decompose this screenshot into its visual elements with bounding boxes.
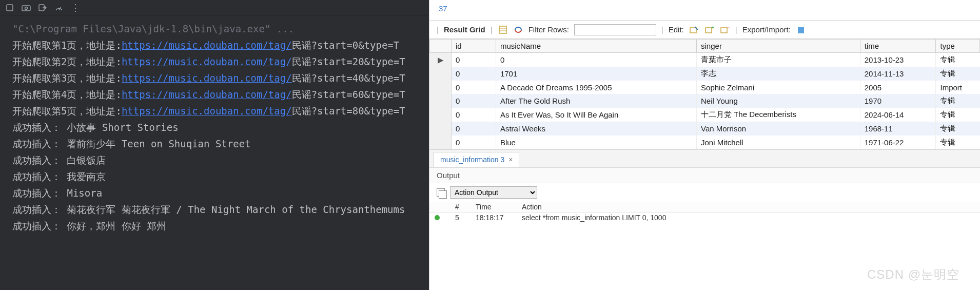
- exit-icon[interactable]: [38, 3, 47, 12]
- filter-rows-input[interactable]: [574, 24, 656, 35]
- log-col-num: #: [450, 202, 471, 212]
- svg-rect-1: [22, 6, 30, 11]
- table-row[interactable]: 01701李志2014-11-13专辑: [430, 67, 980, 81]
- stack-icon[interactable]: [437, 188, 445, 197]
- table-row[interactable]: ▶00青葉市子2013-10-23专辑: [430, 53, 980, 67]
- more-icon[interactable]: ⋮: [71, 3, 80, 12]
- crawl-line: 开始爬取第4页，地址是:https://music.douban.com/tag…: [12, 86, 417, 103]
- row-marker: [430, 122, 452, 136]
- table-row[interactable]: 0Astral WeeksVan Morrison1968-11专辑: [430, 122, 980, 136]
- insert-line: 成功插入： 我爱南京: [12, 168, 417, 185]
- url-link[interactable]: https://music.douban.com/tag/: [122, 56, 292, 67]
- insert-line: 成功插入： 小故事 Short Stories: [12, 119, 417, 136]
- url-link[interactable]: https://music.douban.com/tag/: [122, 72, 292, 84]
- col-singer[interactable]: singer: [697, 40, 860, 53]
- svg-rect-0: [7, 5, 13, 11]
- camera-icon[interactable]: [22, 3, 31, 12]
- filter-rows-label: Filter Rows:: [528, 25, 569, 34]
- console-toolbar: ⋮: [0, 0, 429, 15]
- time-cell: 18:18:17: [471, 212, 517, 223]
- table-header-row: id musicName singer time type: [430, 40, 980, 53]
- svg-text:+: +: [711, 26, 714, 31]
- crawl-line: 开始爬取第1页，地址是:https://music.douban.com/tag…: [12, 37, 417, 53]
- log-col-time: Time: [471, 202, 517, 212]
- row-marker: [430, 108, 452, 122]
- status-cell: [429, 212, 450, 223]
- num-cell: 5: [450, 212, 471, 223]
- command-line: "C:\Program Files\Java\jdk-1.8\bin\java.…: [12, 21, 417, 37]
- insert-line: 成功插入： 署前街少年 Teen on Shuqian Street: [12, 136, 417, 152]
- row-marker: [430, 94, 452, 108]
- edit-label: Edit:: [669, 25, 684, 34]
- row-marker: ▶: [430, 53, 452, 67]
- svg-text:−: −: [727, 26, 730, 31]
- corner-cell: [430, 40, 452, 53]
- insert-line: 成功插入： 菊花夜行军 菊花夜行軍 / The Night March of t…: [12, 201, 417, 218]
- grid-icon[interactable]: [498, 25, 508, 35]
- separator: |: [437, 25, 439, 34]
- col-music-name[interactable]: musicName: [496, 40, 696, 53]
- log-col-action: Action: [517, 202, 980, 212]
- row-marker: [430, 136, 452, 149]
- log-header: # Time Action: [429, 202, 980, 212]
- export-icon[interactable]: [796, 25, 806, 35]
- output-log-table: # Time Action 5 18:18:17 select *from mu…: [429, 202, 980, 223]
- insert-line: 成功插入： 白银饭店: [12, 152, 417, 168]
- output-type-select[interactable]: Action Output: [450, 186, 537, 199]
- url-link[interactable]: https://music.douban.com/tag/: [122, 40, 292, 51]
- svg-rect-5: [499, 26, 506, 33]
- result-grid-label: Result Grid: [444, 25, 485, 34]
- result-tab-bar: music_information 3 ×: [429, 150, 980, 167]
- crawl-line: 开始爬取第5页，地址是:https://music.douban.com/tag…: [12, 103, 417, 119]
- console-output: "C:\Program Files\Java\jdk-1.8\bin\java.…: [0, 15, 429, 290]
- export-import-label: Export/Import:: [742, 25, 791, 34]
- ide-console-panel: ⋮ "C:\Program Files\Java\jdk-1.8\bin\jav…: [0, 0, 429, 290]
- gauge-icon[interactable]: [54, 3, 64, 12]
- tab-label: music_information 3: [440, 156, 504, 164]
- line-number: 37: [439, 4, 447, 13]
- col-time[interactable]: time: [860, 40, 936, 53]
- editor-strip: 37: [429, 0, 980, 21]
- result-grid[interactable]: id musicName singer time type ▶00青葉市子201…: [429, 39, 980, 150]
- crawl-line: 开始爬取第3页，地址是:https://music.douban.com/tag…: [12, 70, 417, 86]
- watermark: CSDN @눈明空: [867, 266, 959, 283]
- result-table: id musicName singer time type ▶00青葉市子201…: [429, 39, 980, 149]
- result-grid-toolbar: | Result Grid | Filter Rows: | Edit: + −…: [429, 21, 980, 39]
- log-row[interactable]: 5 18:18:17 select *from music_informatio…: [429, 212, 980, 223]
- col-type[interactable]: type: [936, 40, 980, 53]
- table-row[interactable]: 0BlueJoni Mitchell1971-06-22专辑: [430, 136, 980, 149]
- insert-line: 成功插入： 你好，郑州 你好 郑州: [12, 218, 417, 234]
- crawl-line: 开始爬取第2页，地址是:https://music.douban.com/tag…: [12, 53, 417, 70]
- col-id[interactable]: id: [452, 40, 496, 53]
- row-marker: [430, 81, 452, 94]
- delete-row-icon[interactable]: −: [720, 25, 730, 35]
- table-row[interactable]: 0After The Gold RushNeil Young1970专辑: [430, 94, 980, 108]
- row-marker: [430, 67, 452, 81]
- refresh-icon[interactable]: [513, 25, 523, 35]
- success-icon: [435, 215, 440, 220]
- svg-rect-8: [690, 28, 696, 33]
- output-bar: Action Output: [429, 183, 980, 202]
- tab-music-information[interactable]: music_information 3 ×: [434, 152, 519, 167]
- svg-rect-13: [798, 27, 804, 33]
- close-icon[interactable]: ×: [508, 156, 513, 164]
- svg-point-2: [25, 7, 28, 9]
- action-cell: select *from music_information LIMIT 0, …: [517, 212, 980, 223]
- stop-icon[interactable]: [5, 3, 14, 12]
- output-title: Output: [429, 168, 980, 183]
- workbench-panel: 37 | Result Grid | Filter Rows: | Edit: …: [429, 0, 980, 290]
- url-link[interactable]: https://music.douban.com/tag/: [122, 105, 292, 117]
- add-row-icon[interactable]: +: [704, 25, 715, 35]
- output-section: Output Action Output # Time Action 5 18:…: [429, 167, 980, 223]
- insert-line: 成功插入： Misora: [12, 185, 417, 201]
- edit-icon[interactable]: [689, 25, 699, 35]
- separator: |: [491, 25, 493, 34]
- url-link[interactable]: https://music.douban.com/tag/: [122, 89, 292, 100]
- separator: |: [735, 25, 737, 34]
- log-col-status: [429, 202, 450, 212]
- table-row[interactable]: 0A Decade Of Dreams 1995-2005Sophie Zelm…: [430, 81, 980, 94]
- table-row[interactable]: 0As It Ever Was, So It Will Be Again十二月党…: [430, 108, 980, 122]
- separator: |: [661, 25, 663, 34]
